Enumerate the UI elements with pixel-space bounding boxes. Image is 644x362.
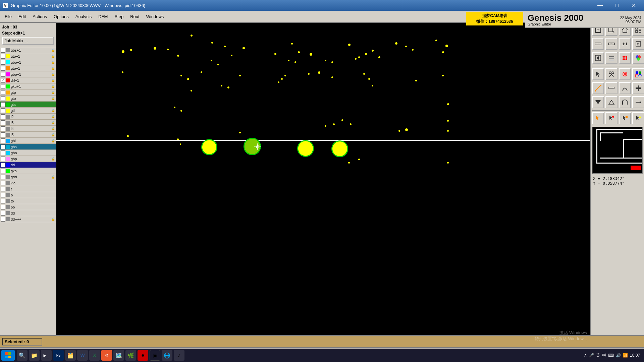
tool-1-1[interactable]: 1:1	[619, 38, 631, 50]
taskbar-keyboard[interactable]: ⌨	[608, 353, 614, 358]
taskbar-maps[interactable]: 🗺️	[113, 350, 124, 361]
layer-checkbox[interactable]	[1, 144, 5, 149]
tool-arrow-right[interactable]	[632, 96, 644, 108]
tool-select-arrow[interactable]	[592, 112, 604, 124]
layer-item[interactable]: gbs+1🔒	[0, 47, 56, 53]
window-controls[interactable]: — □ ✕	[592, 0, 641, 11]
tool-draw-line[interactable]	[592, 82, 604, 94]
menu-file[interactable]: File	[1, 13, 15, 20]
taskbar-app1[interactable]: ⚙	[101, 350, 112, 361]
layer-item[interactable]: l3🔒	[0, 120, 56, 126]
taskbar-files[interactable]: 🗂️	[65, 350, 76, 361]
layer-item[interactable]: gko+1🔒	[0, 83, 56, 89]
minimize-button[interactable]: —	[592, 0, 608, 11]
taskbar-music[interactable]: ♪	[174, 350, 184, 361]
layer-checkbox[interactable]	[1, 108, 5, 113]
layer-checkbox[interactable]	[1, 150, 5, 155]
tool-colors[interactable]	[632, 52, 644, 64]
layer-item[interactable]: gbp🔒	[0, 156, 56, 162]
layer-item[interactable]: gbo	[0, 150, 56, 156]
layer-item[interactable]: gko	[0, 168, 56, 174]
layer-item[interactable]: gtp+1🔒	[0, 65, 56, 71]
layer-checkbox[interactable]: ✓	[1, 78, 5, 83]
layer-checkbox[interactable]	[1, 54, 5, 59]
layer-item[interactable]: l4🔒	[0, 126, 56, 132]
layer-checkbox[interactable]	[1, 102, 5, 107]
layer-item[interactable]: gtp🔒	[0, 89, 56, 96]
layer-checkbox[interactable]	[1, 90, 5, 95]
layer-item[interactable]: l2🔒	[0, 114, 56, 120]
layer-checkbox[interactable]	[1, 181, 5, 185]
canvas-area[interactable]	[56, 23, 590, 335]
tool-select-2[interactable]	[605, 112, 618, 124]
tool-arc[interactable]	[619, 82, 631, 94]
taskbar-terminal[interactable]: ▶_	[41, 350, 52, 361]
taskbar-volume[interactable]: 🔊	[616, 353, 621, 358]
taskbar-mic[interactable]: 🎤	[589, 353, 594, 358]
tool-prev-view[interactable]	[592, 52, 604, 64]
layer-checkbox[interactable]	[1, 205, 5, 209]
menu-actions[interactable]: Actions	[29, 13, 50, 20]
menu-dfm[interactable]: DFM	[95, 13, 111, 20]
tool-shapes[interactable]	[632, 68, 644, 80]
layer-item[interactable]: b	[0, 192, 56, 198]
layer-item[interactable]: gto+1🔒	[0, 53, 56, 59]
layer-checkbox[interactable]	[1, 96, 5, 101]
menu-edit[interactable]: Edit	[15, 13, 29, 20]
taskbar-chevron[interactable]: ∧	[584, 353, 587, 358]
layer-checkbox[interactable]	[1, 126, 5, 131]
layer-checkbox[interactable]	[1, 72, 5, 77]
layer-checkbox[interactable]	[1, 199, 5, 203]
layer-item[interactable]: via	[0, 180, 56, 186]
layer-checkbox[interactable]	[1, 60, 5, 65]
layer-item[interactable]: gto🔒	[0, 96, 56, 102]
layer-list[interactable]: gbs+1🔒gto+1🔒gbo+1🔒gtp+1🔒gbp+1🔒✓drl+1🔒gko…	[0, 47, 56, 335]
layer-checkbox[interactable]	[1, 48, 5, 53]
tool-zoom-in-h[interactable]	[592, 38, 604, 50]
layer-item[interactable]: gbp+1🔒	[0, 71, 56, 77]
layer-item[interactable]: gbl🔒	[0, 138, 56, 144]
layer-checkbox[interactable]	[1, 138, 5, 143]
taskbar-app2[interactable]: 🌿	[125, 350, 136, 361]
menu-options[interactable]: Options	[50, 13, 72, 20]
layer-checkbox[interactable]	[1, 157, 5, 161]
tool-zoom-fit2[interactable]: ⊡	[632, 38, 644, 50]
layer-item[interactable]: tb	[0, 198, 56, 204]
layer-checkbox[interactable]	[1, 193, 5, 197]
taskbar-word[interactable]: W	[77, 350, 88, 361]
taskbar-network[interactable]: 📶	[623, 353, 628, 358]
taskbar-search[interactable]: 🔍	[17, 350, 28, 361]
layer-checkbox[interactable]	[1, 217, 5, 222]
layer-checkbox[interactable]	[1, 120, 5, 125]
menu-analysis[interactable]: Analysis	[72, 13, 95, 20]
layer-item[interactable]: gbs	[0, 144, 56, 150]
taskbar-dark-app[interactable]: ▣	[150, 350, 160, 361]
taskbar-explorer[interactable]: 📁	[29, 350, 40, 361]
tool-select-4[interactable]	[632, 112, 644, 124]
layer-item[interactable]: pb	[0, 204, 56, 210]
layer-item[interactable]: gbo+1🔒	[0, 59, 56, 65]
layer-item[interactable]: dd+++🔒	[0, 216, 56, 222]
menu-rout[interactable]: Rout	[127, 13, 143, 20]
layer-checkbox[interactable]	[1, 169, 5, 173]
layer-item[interactable]: gtl🔒	[0, 108, 56, 114]
tool-measure[interactable]	[605, 82, 618, 94]
tool-triangle-up[interactable]	[605, 96, 618, 108]
layer-item[interactable]: gdd🔒	[0, 174, 56, 180]
layer-checkbox[interactable]	[1, 66, 5, 71]
tool-scissor[interactable]	[605, 68, 618, 80]
layer-checkbox[interactable]	[1, 132, 5, 137]
layer-checkbox[interactable]	[1, 175, 5, 179]
tool-triangle-down[interactable]	[592, 96, 604, 108]
layer-item[interactable]: ✓drl+1🔒	[0, 77, 56, 83]
taskbar-excel[interactable]: X	[89, 350, 100, 361]
layer-item[interactable]: ✓drl	[0, 162, 56, 168]
layer-checkbox[interactable]	[1, 211, 5, 216]
tool-bend[interactable]	[619, 96, 631, 108]
tool-grid[interactable]	[619, 52, 631, 64]
layer-checkbox[interactable]	[1, 187, 5, 191]
taskbar-browser[interactable]: 🌐	[162, 350, 172, 361]
taskbar-powershell[interactable]: PS	[53, 350, 64, 361]
layer-checkbox[interactable]	[1, 84, 5, 89]
tool-unknown1[interactable]	[632, 82, 644, 94]
